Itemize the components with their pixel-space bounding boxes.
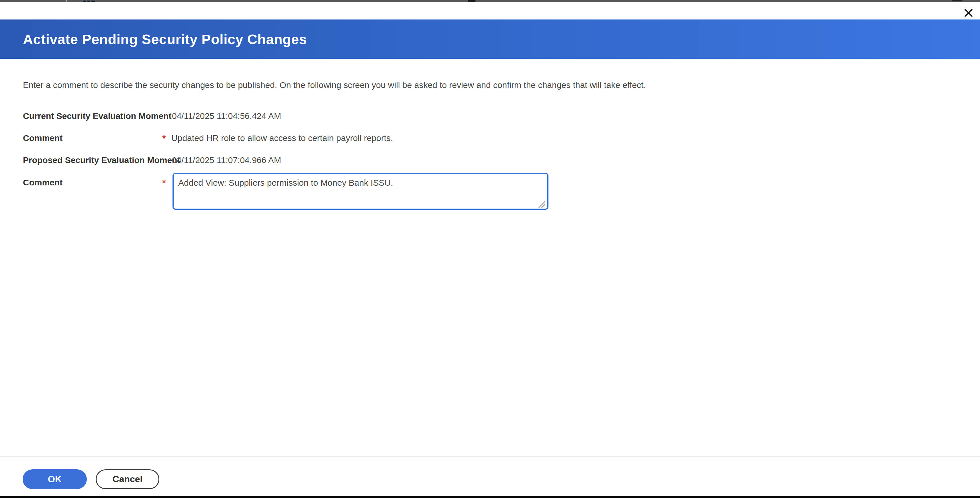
field-row-current-comment: Comment * Updated HR role to allow acces…: [0, 133, 980, 145]
field-label: Comment: [23, 178, 62, 188]
background-divider: [66, 0, 67, 2]
background-bottom-edge: [0, 496, 980, 498]
dialog-top-bar: [0, 2, 980, 19]
background-text-fragment: [468, 0, 476, 2]
field-value: 04/11/2025 11:07:04.966 AM: [172, 155, 281, 165]
dialog-instruction: Enter a comment to describe the security…: [23, 80, 911, 90]
field-value: Updated HR role to allow access to certa…: [171, 133, 393, 143]
footer-divider: [0, 456, 980, 457]
field-label: Current Security Evaluation Moment: [23, 111, 171, 121]
ok-button[interactable]: OK: [23, 469, 87, 489]
field-label: Comment: [23, 133, 62, 143]
required-asterisk: *: [162, 133, 165, 144]
page: Activate Pending Security Policy Changes…: [0, 0, 980, 498]
field-row-current-moment: Current Security Evaluation Moment 04/11…: [0, 111, 980, 123]
background-tab-fragment: [951, 0, 963, 2]
activate-security-changes-dialog: Activate Pending Security Policy Changes…: [0, 2, 980, 498]
close-icon: [964, 8, 974, 18]
field-label: Proposed Security Evaluation Moment: [23, 155, 180, 165]
field-row-proposed-moment: Proposed Security Evaluation Moment 04/1…: [0, 155, 980, 167]
close-button[interactable]: [962, 6, 975, 19]
comment-textarea[interactable]: Added View: Suppliers permission to Mone…: [172, 173, 549, 210]
required-asterisk: *: [162, 178, 165, 188]
background-app-strip: [0, 0, 980, 2]
dialog-header: Activate Pending Security Policy Changes: [0, 19, 980, 59]
cancel-button[interactable]: Cancel: [96, 469, 159, 489]
field-value: 04/11/2025 11:04:56.424 AM: [172, 111, 281, 121]
dialog-title: Activate Pending Security Policy Changes: [23, 31, 307, 47]
